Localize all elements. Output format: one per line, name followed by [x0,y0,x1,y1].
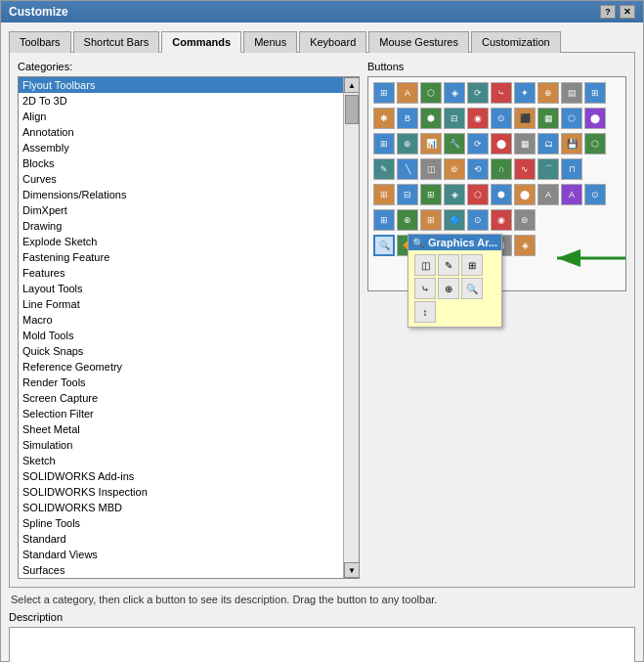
icon-btn[interactable]: ⊞ [420,184,442,205]
category-list-item[interactable]: Annotation [19,124,359,140]
category-list-item[interactable]: Curves [19,171,359,187]
icon-btn[interactable]: ╲ [397,158,418,180]
category-list-item[interactable]: Macro [19,312,359,328]
icon-btn[interactable]: ⬛ [514,108,536,129]
category-list-item[interactable]: Assembly [19,140,359,155]
category-list-item[interactable]: DimXpert [19,202,359,218]
icon-btn[interactable]: ⊟ [444,108,465,129]
category-list-item[interactable]: Reference Geometry [19,359,359,375]
icon-btn[interactable]: ⊟ [397,184,418,205]
icon-btn[interactable]: ⬢ [420,108,442,129]
tab-commands[interactable]: Commands [161,31,241,53]
icon-btn[interactable]: ⊞ [584,82,606,104]
icon-btn[interactable]: ⊞ [373,184,395,205]
category-list-item[interactable]: Screen Capture [19,390,359,406]
category-list-item[interactable]: Sheet Metal [19,421,359,437]
icon-btn[interactable]: ⊓ [561,158,582,180]
category-list-item[interactable]: 2D To 3D [19,93,359,109]
icon-btn[interactable]: ⊚ [514,209,536,231]
icon-btn[interactable]: ⬤ [514,184,536,205]
icon-btn[interactable]: ⊙ [491,108,512,129]
tooltip-icon[interactable]: ⊞ [461,254,483,276]
icon-btn[interactable]: ⌒ [537,158,559,180]
icon-btn[interactable]: ⟲ [467,158,489,180]
category-list-item[interactable]: Mold Tools [19,328,359,343]
category-list-item[interactable]: Dimensions/Relations [19,187,359,202]
tab-mouse-gestures[interactable]: Mouse Gestures [368,31,469,53]
tab-customization[interactable]: Customization [471,31,561,53]
icon-btn[interactable]: ⬤ [584,108,606,129]
category-list-item[interactable]: Quick Snaps [19,343,359,359]
category-list-item[interactable]: Sketch [19,453,359,468]
icon-btn[interactable]: ⊞ [373,133,395,154]
search-magnify-icon-btn[interactable]: 🔍 [373,235,395,256]
category-list-item[interactable]: Selection Filter [19,406,359,421]
scroll-thumb[interactable] [345,95,359,124]
tab-keyboard[interactable]: Keyboard [299,31,366,53]
icon-btn[interactable]: ◈ [444,82,465,104]
category-list-item[interactable]: Features [19,265,359,281]
help-icon-btn[interactable]: ? [600,5,616,19]
icon-btn[interactable]: ⊙ [584,184,606,205]
category-list-item[interactable]: Fastening Feature [19,249,359,265]
icon-btn[interactable]: A [561,184,582,205]
category-list-item[interactable]: Spline Tools [19,515,359,531]
icon-btn[interactable]: ⟳ [467,82,489,104]
icon-btn[interactable]: ∩ [491,158,512,180]
category-list-item[interactable]: Layout Tools [19,281,359,296]
icon-btn[interactable]: ◈ [444,184,465,205]
icon-btn[interactable]: ∿ [514,158,536,180]
icon-btn[interactable]: ✱ [373,108,395,129]
icon-btn[interactable]: A [397,82,418,104]
tooltip-icon[interactable]: ⊕ [438,278,459,299]
tab-shortcut-bars[interactable]: Shortcut Bars [73,31,160,53]
category-list-item[interactable]: Blocks [19,155,359,171]
category-list-item[interactable]: SOLIDWORKS Add-ins [19,468,359,484]
tooltip-icon[interactable]: ⤷ [414,278,436,299]
icon-btn[interactable]: ⬢ [491,184,512,205]
icon-btn[interactable]: ◫ [420,158,442,180]
icon-btn[interactable]: ▦ [514,133,536,154]
category-list-item[interactable]: Standard Views [19,547,359,562]
icon-btn[interactable]: ⊕ [397,209,418,231]
icon-btn[interactable]: ⊞ [373,82,395,104]
icon-btn[interactable]: ◈ [514,235,536,256]
icon-btn[interactable]: ◉ [467,108,489,129]
icon-btn[interactable]: ⬤ [491,133,512,154]
icon-btn[interactable]: A [537,184,559,205]
icon-btn[interactable]: ⬡ [561,108,582,129]
icon-btn[interactable]: 📊 [420,133,442,154]
icon-btn[interactable]: ⊞ [373,209,395,231]
icon-btn[interactable]: ⊚ [444,158,465,180]
icon-btn[interactable]: B [397,108,418,129]
icon-btn[interactable]: ⊕ [537,82,559,104]
category-list-item[interactable]: Drawing [19,218,359,234]
scrollbar[interactable]: ▲ ▼ [343,77,359,578]
tooltip-icon[interactable]: 🔍 [461,278,483,299]
icon-btn[interactable]: ⊕ [397,133,418,154]
tooltip-icon[interactable]: ◫ [414,254,436,276]
tab-toolbars[interactable]: Toolbars [9,31,71,53]
icon-btn[interactable]: 🗂 [537,133,559,154]
icon-btn[interactable]: ⬡ [584,133,606,154]
category-list-item[interactable]: Render Tools [19,375,359,390]
tab-menus[interactable]: Menus [243,31,297,53]
icon-btn[interactable]: 🔧 [444,133,465,154]
scroll-up-btn[interactable]: ▲ [344,77,360,93]
tooltip-icon[interactable]: ✎ [438,254,459,276]
scroll-down-btn[interactable]: ▼ [344,562,360,578]
icon-btn[interactable]: 🔷 [444,209,465,231]
category-list-item[interactable]: Line Format [19,296,359,312]
icon-btn[interactable]: ◉ [491,209,512,231]
category-list-item[interactable]: SOLIDWORKS MBD [19,500,359,515]
icon-btn[interactable]: ▦ [537,108,559,129]
icon-btn[interactable]: ⬡ [467,184,489,205]
category-list-item[interactable]: Simulation [19,437,359,453]
icon-btn[interactable]: ▤ [561,82,582,104]
category-list-item[interactable]: SOLIDWORKS Inspection [19,484,359,500]
categories-list[interactable]: Flyout Toolbars2D To 3DAlignAnnotationAs… [18,76,360,579]
icon-btn[interactable]: 💾 [561,133,582,154]
category-list-item[interactable]: Align [19,109,359,124]
category-list-item[interactable]: Explode Sketch [19,234,359,249]
icon-btn[interactable]: ✎ [373,158,395,180]
